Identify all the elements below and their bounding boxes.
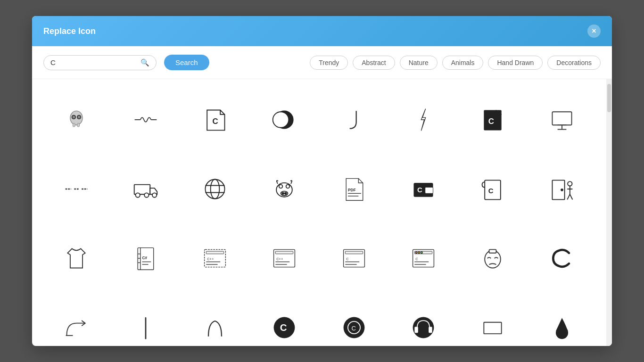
svg-text:C++: C++	[277, 257, 283, 261]
list-item[interactable]: C	[321, 226, 387, 291]
svg-point-42	[568, 181, 572, 186]
list-item[interactable]: C++	[252, 226, 317, 291]
svg-rect-57	[206, 251, 223, 254]
list-item[interactable]	[43, 295, 109, 346]
search-icon: 🔍	[140, 58, 149, 67]
svg-rect-4	[77, 123, 79, 126]
svg-line-46	[570, 194, 573, 199]
list-item[interactable]	[43, 156, 109, 222]
svg-point-31	[282, 192, 284, 194]
svg-point-24	[211, 179, 220, 198]
svg-text:PDF: PDF	[348, 188, 356, 192]
list-item[interactable]	[43, 87, 109, 152]
svg-rect-67	[345, 251, 363, 254]
svg-point-23	[206, 179, 225, 198]
filter-animals[interactable]: Animals	[442, 56, 484, 70]
list-item[interactable]: C	[460, 87, 526, 152]
svg-point-29	[286, 185, 289, 188]
svg-text:C: C	[488, 187, 494, 195]
list-item[interactable]	[529, 156, 595, 222]
list-item[interactable]: C#	[113, 226, 178, 291]
svg-point-20	[135, 193, 140, 197]
list-item[interactable]: PDF	[321, 156, 387, 222]
list-item[interactable]: C	[182, 87, 248, 152]
modal-title: Replace Icon	[43, 26, 96, 36]
list-item[interactable]: C	[321, 295, 387, 346]
list-item[interactable]	[529, 87, 595, 152]
svg-rect-80	[489, 249, 496, 253]
svg-text:C: C	[488, 117, 494, 126]
list-item[interactable]: C	[460, 156, 526, 222]
svg-point-28	[279, 185, 282, 188]
search-box: 🔍	[43, 55, 157, 70]
svg-point-2	[77, 115, 80, 118]
svg-point-77	[418, 252, 420, 254]
close-button[interactable]: ×	[587, 25, 601, 38]
svg-rect-12	[553, 112, 572, 125]
list-item[interactable]: C	[252, 295, 317, 346]
list-item[interactable]	[113, 87, 178, 152]
list-item[interactable]	[182, 295, 248, 346]
list-item[interactable]	[113, 156, 178, 222]
svg-text:C#: C#	[142, 255, 147, 260]
svg-point-1	[72, 115, 75, 118]
svg-point-9	[273, 112, 289, 128]
svg-point-76	[415, 252, 417, 254]
modal-toolbar: 🔍 Search Trendy Abstract Nature Animals …	[32, 46, 612, 79]
list-item[interactable]	[460, 226, 526, 291]
svg-point-47	[561, 189, 563, 191]
svg-point-78	[421, 252, 422, 254]
scrollbar-track[interactable]	[606, 79, 612, 346]
list-item[interactable]: C	[390, 156, 456, 222]
filter-nature[interactable]: Nature	[400, 56, 438, 70]
icons-grid: C	[32, 79, 606, 346]
list-item[interactable]: C++	[182, 226, 248, 291]
search-button[interactable]: Search	[164, 55, 209, 70]
svg-line-45	[568, 194, 570, 199]
search-input[interactable]	[50, 58, 137, 66]
list-item[interactable]	[529, 226, 595, 291]
svg-text:C: C	[280, 322, 287, 333]
filter-tags: Trendy Abstract Nature Animals Hand Draw…	[310, 56, 601, 70]
list-item[interactable]	[529, 295, 595, 346]
svg-rect-90	[429, 327, 432, 333]
svg-point-22	[152, 193, 157, 197]
filter-decorations[interactable]: Decorations	[547, 56, 601, 70]
svg-text:C++: C++	[207, 257, 214, 261]
svg-rect-89	[414, 327, 418, 333]
svg-text:C: C	[346, 257, 349, 261]
list-item[interactable]	[390, 295, 456, 346]
svg-text:C: C	[417, 186, 422, 194]
filter-hand-drawn[interactable]: Hand Drawn	[488, 56, 543, 70]
modal-header: Replace Icon ×	[32, 16, 612, 46]
list-item[interactable]	[390, 87, 456, 152]
list-item[interactable]	[113, 295, 178, 346]
list-item[interactable]	[182, 156, 248, 222]
list-item[interactable]	[252, 87, 317, 152]
list-item[interactable]: C	[390, 226, 456, 291]
svg-rect-62	[276, 251, 293, 254]
list-item[interactable]	[460, 295, 526, 346]
scrollbar-thumb[interactable]	[607, 84, 611, 112]
svg-rect-91	[484, 322, 501, 334]
svg-text:C: C	[415, 257, 418, 261]
svg-text:C: C	[213, 117, 218, 126]
modal-body: C	[32, 79, 612, 346]
svg-point-32	[285, 192, 287, 194]
filter-abstract[interactable]: Abstract	[353, 56, 395, 70]
modal-backdrop: Replace Icon × 🔍 Search Trendy Abstract …	[0, 0, 644, 362]
replace-icon-modal: Replace Icon × 🔍 Search Trendy Abstract …	[32, 16, 612, 346]
svg-rect-3	[73, 123, 75, 126]
svg-text:C: C	[351, 325, 355, 332]
filter-trendy[interactable]: Trendy	[310, 56, 348, 70]
list-item[interactable]	[252, 156, 317, 222]
svg-rect-37	[425, 187, 433, 193]
list-item[interactable]	[43, 226, 109, 291]
svg-point-21	[144, 193, 149, 197]
list-item[interactable]	[321, 87, 387, 152]
